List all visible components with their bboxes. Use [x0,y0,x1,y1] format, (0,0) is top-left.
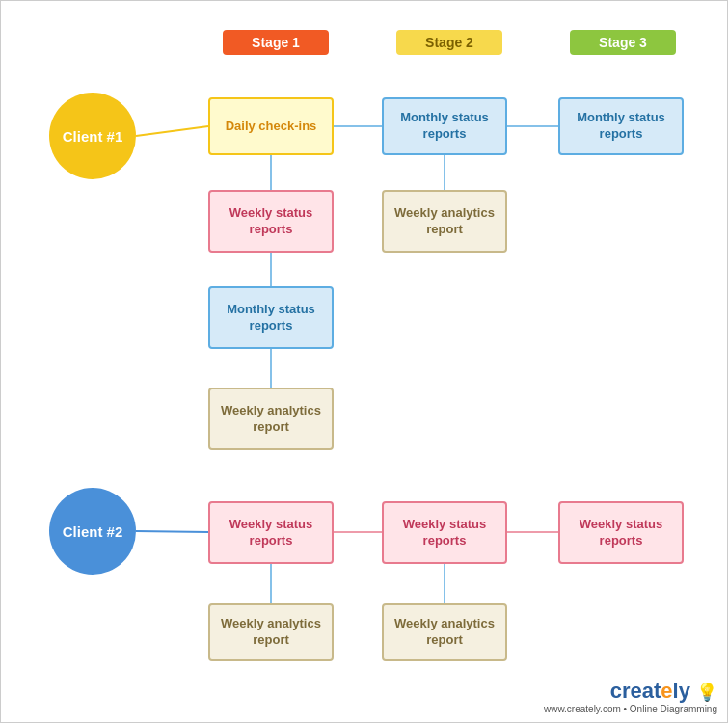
box-weekly-analytics-s1c2: Weekly analytics report [208,603,334,661]
client1-label: Client #1 [63,128,123,145]
brand-name: creately 💡 [544,679,717,704]
svg-line-0 [136,126,208,136]
client2-circle: Client #2 [49,488,136,575]
box-weekly-analytics-s1c1: Weekly analytics report [208,388,334,450]
client1-circle: Client #1 [49,93,136,179]
stage1-label: Stage 1 [223,30,329,55]
box-monthly-status-s3c1: Monthly status reports [558,97,684,155]
box-weekly-status-s3c2: Weekly status reports [558,501,684,564]
box-weekly-analytics-s2c1: Weekly analytics report [382,190,507,253]
box-weekly-status-s2c2: Weekly status reports [382,501,507,564]
box-monthly-status-s2c1: Monthly status reports [382,97,507,155]
box-weekly-analytics-s2c2: Weekly analytics report [382,603,507,661]
box-weekly-status-s1c2: Weekly status reports [208,501,334,564]
box-monthly-status-s1c1: Monthly status reports [208,286,334,349]
client2-label: Client #2 [63,523,123,540]
stage2-label: Stage 2 [396,30,502,55]
canvas: Stage 1 Stage 2 Stage 3 Client #1 Client… [0,0,728,723]
brand-accent: e [661,679,672,703]
box-weekly-status-s1c1: Weekly status reports [208,190,334,253]
svg-line-7 [136,531,208,532]
box-daily-checkins: Daily check-ins [208,97,334,155]
stage3-label: Stage 3 [570,30,676,55]
watermark: creately 💡 www.creately.com • Online Dia… [544,679,717,714]
brand-url: www.creately.com • Online Diagramming [544,704,717,714]
